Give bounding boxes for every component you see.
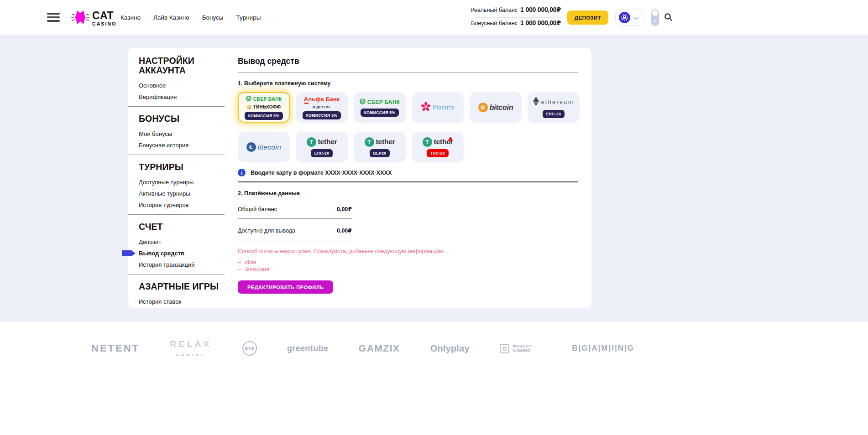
provider-onlyplay[interactable]: Onlyplay bbox=[430, 343, 470, 354]
network-badge: ERC-20 bbox=[543, 110, 565, 118]
balance-divider bbox=[475, 17, 561, 17]
mascot-gaming-icon bbox=[500, 344, 509, 353]
sidebar-item-bonus-history[interactable]: Бонусная история bbox=[139, 137, 225, 148]
logo[interactable]: CAT CASINO bbox=[71, 8, 116, 29]
tether-icon: T bbox=[423, 137, 432, 147]
providers-row: NETENT RELAX GAMING BTG greentube GAMZIX… bbox=[91, 321, 634, 357]
withdrawal-panel: Вывод средств 1. Выберите платежную сист… bbox=[238, 48, 578, 294]
card-format-note: i Вводите карту в формате ХХХХ-ХХХХ-ХХХХ… bbox=[238, 169, 578, 176]
provider-btg[interactable]: BTG bbox=[242, 341, 257, 356]
provider-gamzix[interactable]: GAMZIX bbox=[359, 343, 400, 354]
real-balance-value: 1 000 000,00₽ bbox=[520, 6, 561, 13]
payment-method-sber[interactable]: СБЕР БАНК КОМИССИЯ 5% bbox=[354, 92, 406, 123]
sidebar-item-my-bonuses[interactable]: Мои бонусы bbox=[139, 125, 225, 137]
bonus-balance-value: 1 000 000,00₽ bbox=[520, 19, 561, 26]
deposit-button[interactable]: ДЕПОЗИТ bbox=[567, 10, 608, 25]
payment-method-tether-bep20[interactable]: T tether BEP20 bbox=[354, 132, 406, 162]
sidebar-section-title-account: НАСТРОЙКИ АККАУНТА bbox=[139, 56, 220, 75]
network-badge: ERC-20 bbox=[311, 149, 333, 157]
sidebar-item-withdrawal[interactable]: Вывод средств bbox=[139, 245, 225, 256]
info-note-text: Вводите карту в формате ХХХХ-ХХХХ-ХХХХ-Х… bbox=[251, 170, 392, 176]
payment-method-ethereum[interactable]: ethereum ERC-20 bbox=[528, 92, 580, 123]
page: CAT CASINO Казино Лайв Казино Бонусы Тур… bbox=[0, 0, 868, 435]
edit-profile-button[interactable]: РЕДАКТИРОВАТЬ ПРОФИЛЬ bbox=[238, 280, 333, 294]
missing-fields-list: Имя Фамилия bbox=[238, 259, 578, 273]
nav-casino[interactable]: Казино bbox=[120, 14, 141, 21]
header: CAT CASINO Казино Лайв Казино Бонусы Тур… bbox=[0, 0, 868, 35]
sidebar-item-verification[interactable]: Верификация bbox=[139, 88, 225, 100]
page-title: Вывод средств bbox=[238, 57, 578, 66]
available-balance-row: Доступно для вывода 0,00₽ bbox=[238, 219, 352, 240]
sber-label: СБЕР БАНК bbox=[367, 99, 400, 105]
nav-bonuses[interactable]: Бонусы bbox=[202, 14, 224, 21]
step1-label: 1. Выберите платежную систему bbox=[238, 80, 578, 87]
provider-greentube[interactable]: greentube bbox=[287, 344, 329, 353]
sidebar-section-title-gambling: АЗАРТНЫЕ ИГРЫ bbox=[139, 282, 220, 291]
sidebar-section-title-account-money: СЧЕТ bbox=[139, 222, 220, 232]
sidebar-item-deposit[interactable]: Депозит bbox=[139, 233, 225, 245]
provider-bgaming[interactable]: B|G|A|M|I|N|G bbox=[572, 344, 634, 353]
commission-badge: КОМИССИЯ 5% bbox=[245, 112, 283, 120]
sber-label: СБЕР БАНК bbox=[253, 96, 282, 102]
divider bbox=[238, 181, 578, 182]
sidebar-item-transaction-history[interactable]: История транзакций bbox=[139, 256, 225, 268]
nav-tournaments[interactable]: Турниры bbox=[236, 14, 261, 21]
divider bbox=[238, 72, 578, 72]
sber-check-icon bbox=[246, 95, 251, 103]
bitcoin-icon: B bbox=[478, 103, 488, 112]
total-balance-label: Общий баланс bbox=[238, 206, 277, 212]
step2-label: 2. Платёжные данные bbox=[238, 190, 578, 197]
tether-label: tether bbox=[318, 138, 337, 146]
payment-method-bitcoin[interactable]: B bitcoin bbox=[470, 92, 522, 123]
real-balance-row: Реальный баланс 1 000 000,00₽ bbox=[475, 6, 561, 16]
profile-menu-button[interactable] bbox=[615, 10, 644, 26]
search-icon[interactable] bbox=[664, 13, 673, 22]
available-balance-value: 0,00₽ bbox=[337, 227, 352, 234]
payment-method-alfa[interactable]: Альфа Банк И ДРУГИЕ КОМИССИЯ 5% bbox=[296, 92, 348, 123]
payment-method-litecoin[interactable]: Ł litecoin bbox=[238, 132, 290, 162]
sidebar-item-bet-history[interactable]: История ставок bbox=[139, 293, 225, 305]
network-badge: TRC-20 bbox=[427, 149, 449, 157]
info-icon: i bbox=[238, 169, 246, 176]
tinkoff-icon bbox=[247, 105, 251, 109]
alfa-subtitle: И ДРУГИЕ bbox=[313, 105, 331, 109]
sidebar: НАСТРОЙКИ АККАУНТА Основное Верификация … bbox=[128, 48, 225, 305]
sidebar-item-label: Вывод средств bbox=[139, 250, 184, 257]
payment-method-tether-erc20[interactable]: T tether ERC-20 bbox=[296, 132, 348, 162]
payment-methods-grid: СБЕР БАНК ТИНЬКОФФ КОМИССИЯ 5% Альфа Бан… bbox=[238, 92, 578, 162]
bonus-balance-row: Бонусный баланс 1 000 000,00₽ bbox=[475, 19, 561, 29]
real-balance-label: Реальный баланс bbox=[471, 7, 518, 13]
missing-field-item: Фамилия bbox=[238, 266, 578, 274]
tether-icon: T bbox=[365, 137, 374, 147]
total-balance-value: 0,00₽ bbox=[337, 206, 352, 212]
hamburger-icon[interactable] bbox=[47, 13, 60, 22]
ethereum-icon bbox=[533, 97, 539, 108]
sidebar-item-active-tournaments[interactable]: Активные турниры bbox=[139, 185, 225, 197]
btg-badge-icon: BTG bbox=[242, 341, 257, 356]
missing-field-item: Имя bbox=[238, 259, 578, 266]
nav-live-casino[interactable]: Лайв Казино bbox=[153, 14, 189, 21]
account-card: НАСТРОЙКИ АККАУНТА Основное Верификация … bbox=[128, 48, 591, 308]
sidebar-item-main[interactable]: Основное bbox=[139, 77, 225, 88]
chevron-down-icon bbox=[633, 14, 638, 22]
sidebar-item-available-tournaments[interactable]: Доступные турниры bbox=[139, 174, 225, 185]
network-badge: BEP20 bbox=[370, 149, 390, 157]
payment-method-piastrix[interactable]: Piastrix bbox=[412, 92, 464, 123]
provider-netent[interactable]: NETENT bbox=[91, 342, 140, 354]
alfa-label: Альфа Банк bbox=[304, 96, 340, 103]
payment-method-sber-tinkoff[interactable]: СБЕР БАНК ТИНЬКОФФ КОМИССИЯ 5% bbox=[238, 92, 290, 123]
theme-toggle[interactable] bbox=[651, 9, 659, 26]
sidebar-section-title-tournaments: ТУРНИРЫ bbox=[139, 162, 220, 172]
litecoin-label: litecoin bbox=[258, 143, 281, 151]
alfa-underline-mark bbox=[304, 103, 309, 104]
sun-icon bbox=[652, 18, 658, 24]
provider-relax-gaming[interactable]: RELAX GAMING bbox=[170, 340, 212, 357]
provider-mascot-gaming[interactable]: MASCOT GAMING bbox=[500, 344, 542, 353]
payment-method-tether-trc20[interactable]: T tether TRC-20 bbox=[412, 132, 464, 162]
brand-bottom: CASINO bbox=[92, 21, 116, 26]
relax-label: RELAX bbox=[170, 340, 212, 348]
sidebar-section-title-bonuses: БОНУСЫ bbox=[139, 114, 220, 124]
sidebar-item-tournament-history[interactable]: История турниров bbox=[139, 197, 225, 208]
brand-top: CAT bbox=[92, 10, 116, 21]
commission-badge: КОМИССИЯ 5% bbox=[361, 109, 399, 117]
